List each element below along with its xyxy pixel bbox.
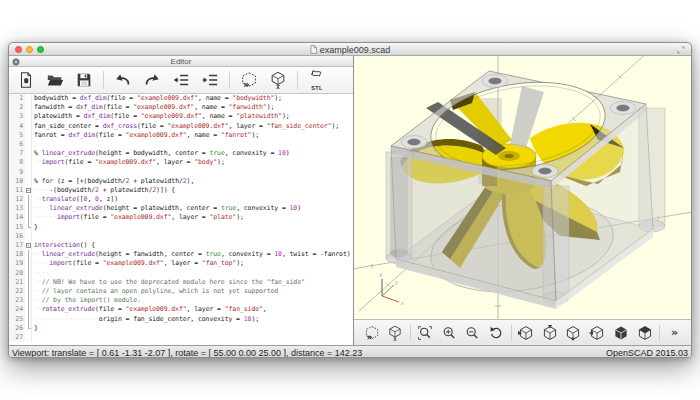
code-line: 23··// by the import() module. bbox=[9, 296, 353, 305]
editor-close-icon[interactable] bbox=[12, 58, 20, 66]
code-line: 12··translate([0, 0, z]) bbox=[9, 195, 353, 204]
save-button[interactable] bbox=[74, 69, 94, 91]
editor-panel-title: Editor bbox=[171, 57, 192, 66]
unindent-icon bbox=[172, 71, 190, 89]
code-line: 18··linear_extrude(height = fanwidth, ce… bbox=[9, 250, 353, 259]
fullscreen-icon[interactable] bbox=[676, 45, 686, 55]
3d-canvas[interactable]: z y x bbox=[354, 56, 692, 319]
line-number: 27 bbox=[9, 333, 25, 342]
line-number: 21 bbox=[9, 278, 25, 287]
fold-margin bbox=[25, 103, 32, 112]
indent-button[interactable] bbox=[200, 69, 220, 91]
line-number: 18 bbox=[9, 250, 25, 259]
toolbar-separator bbox=[410, 325, 411, 341]
window-title-text: example009.scad bbox=[320, 45, 391, 55]
fold-margin bbox=[25, 315, 32, 324]
code-text: ··rotate_extrude(file = "example009.dxf"… bbox=[32, 305, 267, 314]
overflow-button[interactable]: » bbox=[665, 323, 684, 343]
fold-margin bbox=[25, 333, 32, 342]
view-right-button[interactable] bbox=[516, 323, 535, 343]
window-titlebar[interactable]: example009.scad bbox=[9, 43, 691, 56]
open-button[interactable] bbox=[45, 69, 65, 91]
view-top-button[interactable] bbox=[540, 323, 559, 343]
svg-text:x: x bbox=[401, 300, 404, 306]
preview-icon: » bbox=[364, 325, 380, 341]
code-line: 14······import(file = "example009.dxf", … bbox=[9, 213, 353, 222]
fold-margin bbox=[25, 287, 32, 296]
code-line: 3platewidth = dxf_dim(file = "example009… bbox=[9, 112, 353, 121]
svg-text:»: » bbox=[366, 332, 372, 341]
view-diagonal-button[interactable] bbox=[635, 323, 654, 343]
overflow-icon: » bbox=[671, 326, 678, 339]
fold-margin bbox=[25, 140, 32, 149]
fold-guide-end bbox=[28, 324, 31, 330]
fold-margin bbox=[25, 296, 32, 305]
line-number: 25 bbox=[9, 315, 25, 324]
statusbar: Viewport: translate = [ 0.61 -1.31 -2.07… bbox=[9, 345, 692, 358]
reset-view-button[interactable] bbox=[487, 323, 506, 343]
code-text: ··translate([0, 0, z]) bbox=[32, 195, 118, 204]
code-text: } bbox=[32, 324, 38, 333]
line-number: 24 bbox=[9, 305, 25, 314]
code-text: fan_side_center = dxf_cross(file = "exam… bbox=[32, 122, 339, 131]
code-line: 9 bbox=[9, 168, 353, 177]
code-line: 20···· bbox=[9, 269, 353, 278]
code-line: 8··import(file = "example009.dxf", layer… bbox=[9, 158, 353, 167]
view-bottom-button[interactable] bbox=[564, 323, 583, 343]
editor-toolbar: »STL bbox=[9, 67, 353, 94]
view-left-button[interactable] bbox=[588, 323, 607, 343]
preview-button[interactable]: » bbox=[362, 323, 381, 343]
fold-guide bbox=[28, 259, 29, 268]
line-number: 16 bbox=[9, 232, 25, 241]
zoom-out-button[interactable] bbox=[463, 323, 482, 343]
fold-margin bbox=[25, 269, 32, 278]
fold-margin: − bbox=[25, 186, 32, 195]
fold-margin bbox=[25, 122, 32, 131]
export-stl-label: STL bbox=[311, 86, 322, 91]
code-line: 11−····-(bodywidth/2 + platewidth/2)]) { bbox=[9, 186, 353, 195]
preview-icon: » bbox=[240, 71, 258, 89]
fold-margin bbox=[25, 149, 32, 158]
new-file-button[interactable] bbox=[16, 69, 36, 91]
zoom-all-icon bbox=[417, 325, 433, 341]
svg-text:y: y bbox=[395, 279, 398, 285]
unindent-button[interactable] bbox=[171, 69, 191, 91]
code-line: 17−intersection() { bbox=[9, 241, 353, 250]
fold-margin bbox=[25, 259, 32, 268]
fold-guide bbox=[28, 250, 29, 259]
fold-guide bbox=[28, 269, 29, 278]
render-icon bbox=[269, 71, 287, 89]
view-front-icon bbox=[613, 325, 629, 341]
fold-guide bbox=[28, 296, 29, 305]
fold-toggle[interactable]: − bbox=[26, 243, 31, 248]
zoom-all-button[interactable] bbox=[415, 323, 434, 343]
export-stl-icon bbox=[308, 69, 326, 86]
export-stl-button[interactable]: STL bbox=[307, 69, 327, 91]
code-line: 1bodywidth = dxf_dim(file = "example009.… bbox=[9, 94, 353, 103]
line-number: 17 bbox=[9, 241, 25, 250]
line-number: 2 bbox=[9, 103, 25, 112]
code-text bbox=[32, 168, 38, 177]
fold-margin bbox=[25, 324, 32, 333]
line-number: 4 bbox=[9, 122, 25, 131]
code-text: ······import(file = "example009.dxf", la… bbox=[32, 213, 244, 222]
undo-button[interactable] bbox=[113, 69, 133, 91]
line-number: 5 bbox=[9, 131, 25, 140]
render-button[interactable] bbox=[386, 323, 405, 343]
code-text: platewidth = dxf_dim(file = "example009.… bbox=[32, 112, 290, 121]
redo-button[interactable] bbox=[142, 69, 162, 91]
code-line: 15} bbox=[9, 223, 353, 232]
fold-toggle[interactable]: − bbox=[26, 188, 31, 193]
view-front-button[interactable] bbox=[612, 323, 631, 343]
code-text: fanrot = dxf_dim(file = "example009.dxf"… bbox=[32, 131, 259, 140]
view-top-icon bbox=[542, 325, 558, 341]
code-text: % for (z = [+(bodywidth/2 + platewidth/2… bbox=[32, 177, 194, 186]
app-version-text: OpenSCAD 2015.03 bbox=[606, 348, 688, 358]
preview-button[interactable]: » bbox=[239, 69, 259, 91]
line-number: 26 bbox=[9, 324, 25, 333]
code-editor[interactable]: 1bodywidth = dxf_dim(file = "example009.… bbox=[9, 94, 353, 345]
render-button[interactable] bbox=[268, 69, 288, 91]
window-title: example009.scad bbox=[9, 43, 691, 56]
toolbar-separator bbox=[659, 325, 660, 341]
zoom-in-button[interactable] bbox=[439, 323, 458, 343]
